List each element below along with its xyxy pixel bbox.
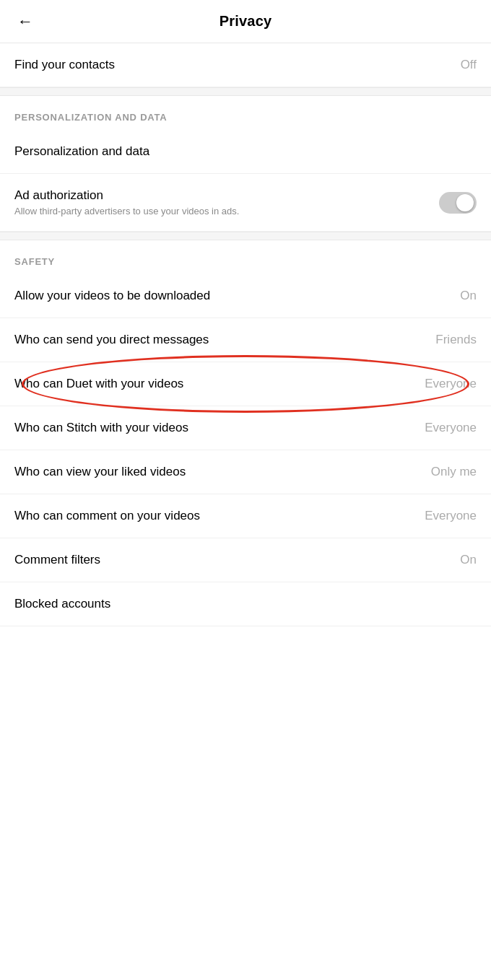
- section-divider: [0, 87, 491, 96]
- safety-section-label: SAFETY: [0, 240, 491, 274]
- ad-authorization-row[interactable]: Ad authorization Allow third-party adver…: [0, 174, 491, 232]
- ad-authorization-left: Ad authorization Allow third-party adver…: [14, 188, 439, 216]
- comment-label: Who can comment on your videos: [14, 509, 200, 523]
- find-contacts-value: Off: [461, 58, 477, 72]
- liked-videos-label: Who can view your liked videos: [14, 465, 186, 479]
- allow-download-row[interactable]: Allow your videos to be downloaded On: [0, 274, 491, 318]
- direct-messages-label: Who can send you direct messages: [14, 333, 209, 347]
- find-contacts-label: Find your contacts: [14, 58, 115, 72]
- liked-videos-row[interactable]: Who can view your liked videos Only me: [0, 450, 491, 494]
- comment-filters-label: Comment filters: [14, 553, 100, 567]
- blocked-accounts-label: Blocked accounts: [14, 597, 110, 611]
- allow-download-label: Allow your videos to be downloaded: [14, 289, 210, 303]
- back-icon: ←: [17, 12, 33, 30]
- ad-authorization-toggle[interactable]: [439, 192, 477, 214]
- comment-filters-row[interactable]: Comment filters On: [0, 538, 491, 582]
- personalization-section-label: PERSONALIZATION AND DATA: [0, 96, 491, 130]
- stitch-label: Who can Stitch with your videos: [14, 421, 188, 435]
- toggle-knob: [456, 194, 474, 211]
- stitch-row[interactable]: Who can Stitch with your videos Everyone: [0, 406, 491, 450]
- duet-value: Everyone: [425, 377, 477, 391]
- section-divider-2: [0, 232, 491, 240]
- liked-videos-value: Only me: [431, 465, 477, 479]
- stitch-value: Everyone: [425, 421, 477, 435]
- ad-authorization-sublabel: Allow third-party advertisers to use you…: [14, 206, 439, 216]
- comment-row[interactable]: Who can comment on your videos Everyone: [0, 494, 491, 538]
- comment-filters-value: On: [460, 553, 477, 567]
- direct-messages-value: Friends: [435, 333, 477, 347]
- direct-messages-row[interactable]: Who can send you direct messages Friends: [0, 318, 491, 362]
- duet-row[interactable]: Who can Duet with your videos Everyone: [0, 362, 491, 406]
- ad-authorization-label: Ad authorization: [14, 188, 439, 203]
- back-button[interactable]: ←: [14, 9, 36, 34]
- page-title: Privacy: [220, 13, 272, 30]
- comment-value: Everyone: [425, 509, 477, 523]
- find-contacts-row[interactable]: Find your contacts Off: [0, 43, 491, 87]
- personalization-data-label: Personalization and data: [14, 144, 149, 159]
- duet-label: Who can Duet with your videos: [14, 377, 183, 391]
- page-header: ← Privacy: [0, 0, 491, 43]
- personalization-data-row[interactable]: Personalization and data: [0, 130, 491, 174]
- allow-download-value: On: [460, 289, 477, 303]
- blocked-accounts-row[interactable]: Blocked accounts: [0, 582, 491, 626]
